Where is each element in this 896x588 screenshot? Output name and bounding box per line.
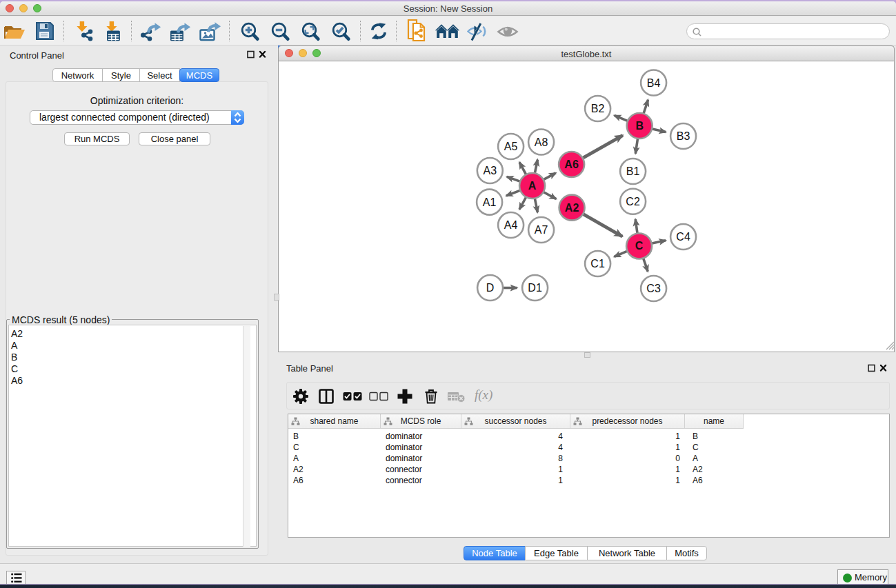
svg-text:A6: A6 (564, 159, 579, 170)
svg-text:A8: A8 (535, 136, 548, 148)
svg-text:A2: A2 (565, 202, 579, 214)
svg-text:B2: B2 (591, 103, 605, 114)
svg-text:B1: B1 (626, 165, 640, 177)
svg-text:C: C (635, 240, 644, 252)
svg-text:B: B (635, 120, 644, 132)
svg-text:D1: D1 (528, 282, 542, 294)
svg-text:A4: A4 (504, 219, 518, 231)
svg-text:B4: B4 (647, 77, 661, 89)
svg-text:A3: A3 (484, 165, 497, 176)
svg-text:D: D (486, 282, 495, 294)
svg-text:C3: C3 (646, 283, 661, 294)
svg-text:A1: A1 (483, 196, 497, 208)
svg-text:C1: C1 (590, 258, 605, 270)
svg-text:C2: C2 (626, 196, 640, 207)
svg-text:B3: B3 (677, 130, 690, 142)
svg-text:A: A (528, 180, 537, 192)
svg-text:A7: A7 (535, 224, 548, 236)
svg-text:C4: C4 (676, 231, 690, 243)
svg-text:A5: A5 (504, 141, 518, 152)
